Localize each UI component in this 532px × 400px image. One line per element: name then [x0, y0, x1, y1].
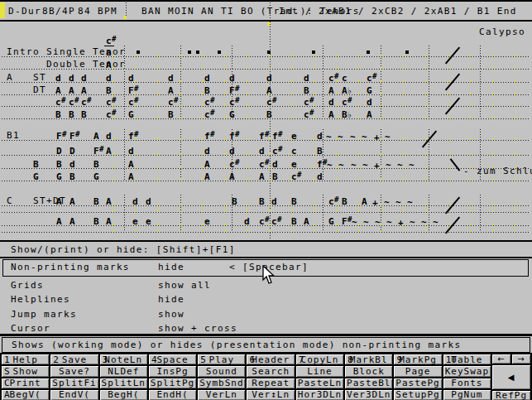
note[interactable]: B♭	[342, 110, 352, 119]
fkey-help[interactable]: 1Help	[2, 354, 49, 364]
note[interactable]: d	[317, 132, 323, 141]
note[interactable]: d	[69, 160, 75, 169]
note[interactable]: d	[81, 74, 87, 83]
note[interactable]: A	[229, 172, 235, 181]
note[interactable]: d	[69, 74, 74, 83]
note[interactable]: F#	[93, 147, 104, 157]
note[interactable]: c#	[342, 98, 352, 108]
note[interactable]: d	[266, 74, 272, 83]
note[interactable]: d	[304, 74, 309, 83]
note[interactable]: A	[56, 217, 62, 226]
note[interactable]: c#	[81, 98, 92, 108]
note[interactable]: A	[106, 197, 112, 206]
note[interactable]: c#	[367, 74, 377, 84]
fkey-page[interactable]: Page	[394, 366, 441, 376]
note[interactable]: F#	[342, 217, 352, 227]
note[interactable]: a	[106, 48, 112, 57]
note[interactable]: d	[229, 74, 235, 83]
note[interactable]: c#	[266, 98, 277, 108]
scroll-right-button[interactable]: →	[512, 354, 530, 364]
note[interactable]: A	[93, 132, 99, 141]
note[interactable]: c#	[128, 98, 139, 108]
note[interactable]: F#	[229, 86, 240, 96]
note[interactable]: G	[367, 86, 372, 95]
note[interactable]: A	[106, 217, 112, 226]
note[interactable]: G	[93, 172, 99, 181]
fkey-splitfi[interactable]: SplitFi	[50, 378, 98, 388]
note[interactable]: c#	[304, 110, 314, 120]
note[interactable]: d	[55, 74, 61, 83]
note[interactable]: f#	[259, 132, 270, 142]
note[interactable]: B	[93, 197, 99, 206]
note[interactable]: f#	[204, 132, 215, 142]
note[interactable]: A	[367, 110, 372, 119]
note[interactable]: c#	[291, 172, 302, 182]
fkey-show[interactable]: SShow	[2, 366, 49, 376]
note[interactable]: A	[106, 60, 112, 70]
note[interactable]: B	[55, 110, 61, 119]
note[interactable]: A	[204, 172, 210, 181]
note[interactable]: d	[106, 74, 112, 83]
note[interactable]: d	[128, 74, 134, 83]
note[interactable]: d	[146, 197, 151, 206]
note[interactable]: d	[128, 147, 134, 156]
fkey-fonts[interactable]: Fonts	[443, 378, 491, 388]
note[interactable]: B	[168, 110, 174, 119]
note[interactable]: B	[204, 86, 210, 95]
note[interactable]: d	[168, 74, 174, 83]
note[interactable]: D	[56, 147, 62, 156]
note[interactable]: c#	[106, 98, 117, 108]
note[interactable]: B	[232, 197, 237, 206]
fkey-symbsnd[interactable]: SymbSnd	[198, 378, 245, 388]
fkey-nldef[interactable]: NLDef	[100, 366, 147, 376]
note[interactable]: c#	[204, 98, 215, 108]
note[interactable]: B	[69, 172, 75, 181]
note[interactable]: e	[291, 160, 297, 169]
note[interactable]: A	[128, 172, 134, 181]
note[interactable]: A	[128, 160, 134, 169]
note[interactable]: A	[328, 86, 334, 95]
note[interactable]: A	[69, 197, 75, 206]
note[interactable]: d	[244, 217, 250, 226]
note[interactable]: d	[132, 197, 138, 206]
note[interactable]: B	[93, 160, 99, 169]
fkey-repeat[interactable]: Repeat	[247, 378, 294, 388]
note[interactable]: G	[33, 172, 39, 181]
note[interactable]: A	[55, 86, 61, 95]
note[interactable]: c#	[106, 110, 117, 120]
note[interactable]: e	[146, 217, 151, 226]
note[interactable]: c#	[259, 160, 270, 170]
fkey-save[interactable]: Save?	[50, 366, 98, 376]
note[interactable]: e	[291, 132, 297, 141]
note[interactable]: B	[266, 110, 272, 119]
note[interactable]: B	[291, 197, 297, 206]
fkey-header[interactable]: 6Header	[247, 354, 294, 364]
note[interactable]: A♭	[342, 86, 352, 95]
note[interactable]: c#	[69, 98, 79, 108]
fkey-verln[interactable]: Ver↕Ln	[247, 390, 294, 400]
note[interactable]: G	[128, 110, 134, 119]
note[interactable]: B	[259, 197, 265, 206]
note[interactable]: F#	[128, 86, 139, 96]
note[interactable]: d	[106, 132, 112, 141]
note[interactable]: G	[56, 172, 62, 181]
note[interactable]: f#	[272, 132, 283, 142]
note[interactable]: B	[81, 110, 87, 119]
note[interactable]: B	[56, 160, 62, 169]
note[interactable]: A	[69, 86, 74, 95]
note[interactable]: D	[69, 147, 75, 156]
fkey-play[interactable]: 5Play	[198, 354, 245, 364]
note[interactable]: f#	[128, 132, 139, 142]
fkey-space[interactable]: 4Space	[149, 354, 196, 364]
note[interactable]: A	[81, 86, 87, 95]
note[interactable]: A	[168, 86, 174, 95]
note[interactable]: B	[69, 110, 74, 119]
fkey-pastepg[interactable]: PastePg	[394, 378, 441, 388]
note[interactable]: F#	[56, 132, 67, 142]
fkey-splitpg[interactable]: SplitPg	[149, 378, 196, 388]
note[interactable]: d	[328, 98, 334, 107]
note[interactable]: A	[106, 147, 112, 156]
note[interactable]: c#	[272, 147, 283, 157]
note[interactable]: d	[229, 147, 235, 156]
note[interactable]: e	[204, 217, 210, 226]
